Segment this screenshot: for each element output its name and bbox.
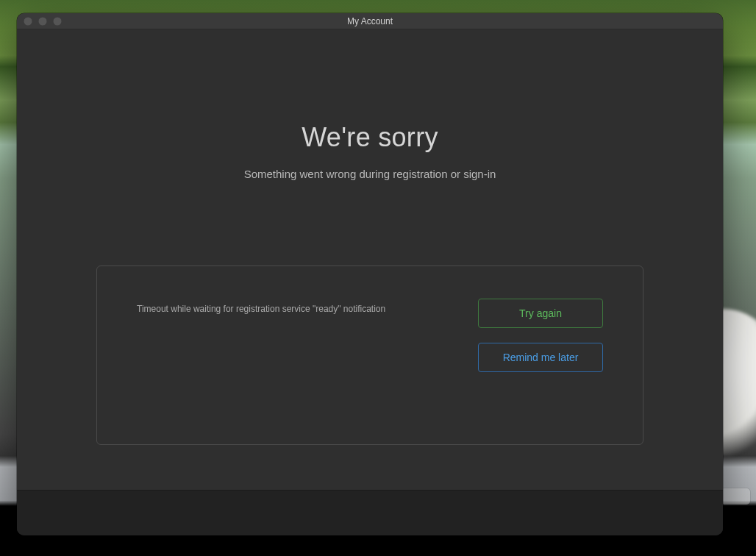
maximize-icon[interactable] xyxy=(53,17,62,26)
page-subheading: Something went wrong during registration… xyxy=(244,168,496,180)
window-controls xyxy=(24,17,62,26)
close-icon[interactable] xyxy=(24,17,32,26)
page-heading: We're sorry xyxy=(302,122,438,153)
panel-actions: Try again Remind me later xyxy=(478,299,603,412)
minimize-icon[interactable] xyxy=(38,17,47,26)
remind-later-button[interactable]: Remind me later xyxy=(478,343,603,372)
window-footer xyxy=(17,490,723,535)
error-message: Timeout while waiting for registration s… xyxy=(137,303,385,412)
try-again-label: Try again xyxy=(519,307,562,319)
remind-later-label: Remind me later xyxy=(503,352,579,363)
titlebar[interactable]: My Account xyxy=(17,13,723,29)
window-title: My Account xyxy=(17,16,723,26)
account-window: My Account We're sorry Something went wr… xyxy=(17,13,723,535)
window-body: We're sorry Something went wrong during … xyxy=(17,29,723,490)
try-again-button[interactable]: Try again xyxy=(478,299,603,328)
error-panel: Timeout while waiting for registration s… xyxy=(96,265,643,445)
